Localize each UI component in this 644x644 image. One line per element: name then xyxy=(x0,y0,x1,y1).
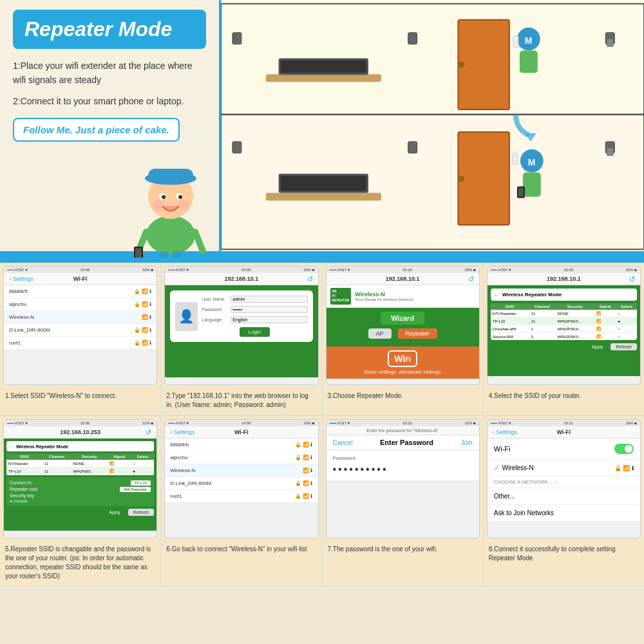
svg-rect-47 xyxy=(607,148,613,156)
wifi-item[interactable]: runf1 🔒 📶 ℹ xyxy=(165,490,317,503)
enter-pw-network: Enter the password for "Wireless-N" xyxy=(327,426,479,435)
wifi-item[interactable]: D-Link_DIR-600M 🔒 📶 ℹ xyxy=(4,324,156,337)
ask-join-option[interactable]: Ask to Join Networks xyxy=(488,505,640,521)
table-row[interactable]: TP-L10 11 WPA2PSKS... 📶 ● xyxy=(491,317,637,325)
security-key-row: Security key ● Unmask xyxy=(10,493,151,503)
wifi-item-wireless-n-6[interactable]: Wireless-N 📶 ℹ xyxy=(165,464,317,477)
back-button-8[interactable]: ‹ Settings xyxy=(493,429,517,435)
other-option[interactable]: Other... xyxy=(488,488,640,505)
login-button[interactable]: Login xyxy=(240,327,270,337)
blue-divider xyxy=(0,251,644,263)
login-form: 👤 User Name admin Password •••••• Langua… xyxy=(170,290,312,342)
ap-repeater-row: AP Repeater xyxy=(330,328,475,339)
step6-header: ‹ Settings Wi-Fi xyxy=(165,426,317,439)
ap-button[interactable]: AP xyxy=(368,328,392,339)
step2-header: 192.168.10.1 ↺ xyxy=(165,273,317,285)
step1-header: ‹ Settings Wi-Fi xyxy=(4,273,156,285)
repeater-button[interactable]: Repeater xyxy=(398,328,437,339)
step2-caption: 2.Type "192.168.10.1" into the web brows… xyxy=(161,388,321,415)
table-row[interactable]: Service-008 3 WPA2PSKS... 📶 ○ xyxy=(491,333,637,341)
wifi-item[interactable]: 88b68/5 🔒 📶 ℹ xyxy=(4,285,156,298)
settings-links: Basic settings Advanced settings xyxy=(330,369,475,375)
svg-text:M: M xyxy=(525,35,533,46)
table-row[interactable]: KiTi-Repeater 11 NONE 📶 ○ xyxy=(491,310,637,317)
repeater-ssid-content: ← Wireless Repeater Mode SSID Channel Se… xyxy=(4,439,156,531)
col-security: Security xyxy=(555,303,594,310)
enter-pw-title: Enter Password xyxy=(380,439,433,446)
svg-rect-42 xyxy=(523,173,541,197)
svg-rect-34 xyxy=(266,193,381,201)
login-button-container: Login xyxy=(202,327,307,337)
repeater-mode-header: ← Wireless Repeater Mode xyxy=(491,289,637,301)
svg-point-7 xyxy=(178,195,182,199)
svg-line-11 xyxy=(195,232,203,251)
wifi-item[interactable]: 88b68/b 🔒 📶 ℹ xyxy=(165,439,317,451)
step1-caption: 1.Select SSID "Wireless-N" to connect. xyxy=(0,388,160,406)
wifi-item-wireless-n[interactable]: Wireless-N 📶 ℹ xyxy=(4,311,156,324)
apply-button[interactable]: Apply xyxy=(587,343,609,350)
step8-status-bar: ••••• AT&T ♥ 15:11 29% ■ xyxy=(488,420,640,426)
step-4-cell: ••••• AT&T ♥ 15:03 31% ■ 192.168.10.1 ↺ … xyxy=(484,263,644,415)
step3-caption: 3.Choose Repeater Mode. xyxy=(323,388,483,406)
col-ssid: SSID xyxy=(491,303,529,310)
left-panel: Repeater Mode 1:Place your wifi extender… xyxy=(0,0,219,251)
wifi-repeater-logo: WiFiREPEATER xyxy=(330,288,352,305)
step8-caption: 8.Connect it successfully to complete se… xyxy=(484,542,644,568)
table-row[interactable]: ChinaNet-af5f 1 WPA2PSKS... 📶 ○ xyxy=(491,325,637,333)
step-3-cell: ••••• AT&T ♥ 15:18 29% ■ 192.168.10.1 ↺ … xyxy=(323,263,484,415)
svg-point-6 xyxy=(162,195,166,199)
step-5-screen: ••••• AT&T ♥ 15:06 31% ■ 192.168.10.253 … xyxy=(3,419,157,538)
title-box: Repeater Mode xyxy=(13,10,206,49)
apply-refresh-buttons: Apply Refresh xyxy=(491,343,637,350)
connected-network-name: Wireless-N xyxy=(502,464,534,471)
password-field-area: Password •••••••••• xyxy=(327,450,479,481)
apply-button-2[interactable]: Apply xyxy=(104,509,126,516)
wifi-toggle-label: Wi-Fi xyxy=(494,445,511,453)
svg-rect-23 xyxy=(281,60,366,73)
form-fields: User Name admin Password •••••• Language… xyxy=(202,296,307,337)
step8-header: ‹ Settings Wi-Fi xyxy=(488,426,640,439)
toggle-knob xyxy=(625,445,632,453)
step4-caption: 4.Select the SSID of your router. xyxy=(484,388,644,406)
step4-status-bar: ••••• AT&T ♥ 15:03 31% ■ xyxy=(488,267,640,273)
svg-rect-20 xyxy=(232,33,242,44)
wifi-item[interactable]: runf1 🔒 📶 ℹ xyxy=(4,337,156,350)
step-5-cell: ••••• AT&T ♥ 15:06 31% ■ 192.168.10.253 … xyxy=(0,416,161,587)
back-button-6[interactable]: ‹ Settings xyxy=(170,429,194,435)
svg-rect-13 xyxy=(135,248,142,258)
step7-status-bar: ••••• AT&T ♥ 15:10 31% ■ xyxy=(327,420,479,426)
username-input[interactable]: admin xyxy=(231,296,307,303)
refresh-button[interactable]: Refresh xyxy=(611,343,637,350)
step6-wifi-list: 88b68/b 🔒 📶 ℹ aijinchu 🔒 📶 ℹ Wireless-N … xyxy=(165,439,317,503)
table-row[interactable]: TP-L10 11 WPA2PSKS... 📶 ● xyxy=(6,468,154,475)
connect-form: Connect to TP-L10 Repeater ssid Wifi Rep… xyxy=(6,477,154,506)
svg-rect-38 xyxy=(458,132,509,225)
password-value[interactable]: •••••••••• xyxy=(333,464,473,475)
step7-caption: 7.The password is the one of your wifi. xyxy=(323,542,483,559)
table-row[interactable]: KiTi-Repeater 11 NONE 📶 ○ xyxy=(6,460,154,468)
wifi-item[interactable]: D-Link_DIR-600M 🔒 📶 ℹ xyxy=(165,477,317,490)
refresh-button-2[interactable]: Refresh xyxy=(128,509,155,516)
wizard-button[interactable]: Wizard xyxy=(381,312,424,325)
step-8-cell: ••••• AT&T ♥ 15:11 29% ■ ‹ Settings Wi-F… xyxy=(484,416,644,587)
step-1-cell: ••••• AT&T ♥ 14:58 33% ■ ‹ Settings Wi-F… xyxy=(0,263,161,415)
wifi-item[interactable]: aijinchu 🔒 📶 ℹ xyxy=(165,451,317,464)
svg-rect-44 xyxy=(518,188,524,197)
avatar: 👤 xyxy=(175,302,198,331)
connected-network-row[interactable]: ✓ Wireless-N 🔒 📶 ℹ xyxy=(488,460,640,477)
repeater-ssid-row: Repeater ssid Wifi Repeater xyxy=(10,487,151,491)
step-7-screen: ••••• AT&T ♥ 15:10 31% ■ Enter the passw… xyxy=(326,419,480,538)
wifi-logo-section: WiFi Basic settings Advanced settings xyxy=(327,346,479,379)
connect-to-row: Connect to TP-L10 xyxy=(10,480,151,485)
language-input[interactable]: English xyxy=(231,316,307,323)
wifi-toggle[interactable] xyxy=(614,444,634,454)
steps-row-2: ••••• AT&T ♥ 15:06 31% ■ 192.168.10.253 … xyxy=(0,416,644,587)
password-input[interactable]: •••••• xyxy=(231,306,307,313)
step-6-cell: ••••• AT&T ♥ 14:58 33% ■ ‹ Settings Wi-F… xyxy=(161,416,322,587)
wifi-item[interactable]: aijinchu 🔒 📶 ℹ xyxy=(4,298,156,311)
back-button[interactable]: ‹ Settings xyxy=(9,276,33,282)
join-button-7[interactable]: Join xyxy=(460,439,472,446)
cancel-button-7[interactable]: Cancel xyxy=(333,439,353,446)
enter-pw-toolbar: Cancel Enter Password Join xyxy=(327,435,479,450)
step-3-screen: ••••• AT&T ♥ 15:18 29% ■ 192.168.10.1 ↺ … xyxy=(326,266,480,385)
